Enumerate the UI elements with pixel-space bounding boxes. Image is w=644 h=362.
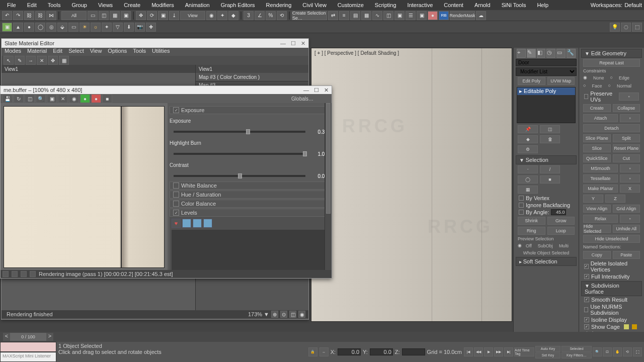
sme-menu-modes[interactable]: Modes	[5, 48, 21, 56]
rb-globals-label[interactable]: Globals…	[291, 96, 313, 102]
maximize-icon[interactable]: ☐	[291, 40, 296, 47]
prim-cylinder-icon[interactable]: ◯	[35, 23, 45, 32]
menu-content[interactable]: Content	[439, 1, 468, 9]
unique-icon[interactable]: ◆	[518, 135, 538, 143]
y-field[interactable]: 0.0	[370, 348, 393, 355]
byangle-spinner[interactable]: 45.0	[551, 209, 566, 215]
link-button[interactable]: ⛓	[24, 11, 34, 20]
sme-menu-tools[interactable]: Tools	[133, 48, 146, 56]
close-icon[interactable]: ✕	[324, 87, 329, 94]
material-icon[interactable]: ▣	[394, 11, 405, 20]
rb-scrollbar[interactable]	[325, 103, 332, 270]
menu-create[interactable]: Create	[119, 1, 145, 9]
time-slider-track[interactable]: < 0 / 100 >	[0, 332, 644, 342]
attach-settings[interactable]: ▫	[620, 114, 640, 122]
grow-button[interactable]: Grow	[547, 217, 575, 225]
rb-status-icon[interactable]	[3, 271, 9, 277]
close-icon[interactable]: ✕	[301, 40, 305, 47]
maxscript-listener-pink[interactable]	[0, 342, 56, 352]
autokey-button[interactable]: Auto Key	[535, 346, 560, 352]
object-name-field[interactable]	[516, 59, 577, 66]
slice-button[interactable]: Slice	[583, 144, 611, 152]
c-normal-radio[interactable]: Normal	[615, 83, 633, 89]
undo-button[interactable]: ↶	[2, 11, 12, 20]
tess-settings[interactable]: ▫	[620, 174, 640, 183]
maxscript-listener-white[interactable]: MAXScript Mini Listener	[0, 352, 56, 362]
sme-menu-options[interactable]: Options	[108, 48, 127, 56]
manip-icon[interactable]: ✦	[217, 11, 227, 20]
rb-lev-r-button[interactable]	[182, 219, 191, 228]
schematic-icon[interactable]: ◫	[383, 11, 393, 20]
attach-button[interactable]: Attach	[583, 114, 618, 122]
makeplanar-button[interactable]: Make Planar	[583, 185, 618, 193]
tessellate-button[interactable]: Tessellate	[583, 174, 618, 183]
sme-menu-material[interactable]: Material	[27, 48, 47, 56]
checkbox-icon[interactable]	[519, 196, 524, 201]
uvwmap-button[interactable]: UVW Map	[547, 77, 575, 85]
quickslice-button[interactable]: QuickSlice	[583, 154, 611, 162]
goto-start-icon[interactable]: |◀	[464, 347, 473, 356]
menu-civilview[interactable]: Civil View	[297, 1, 331, 9]
shrink-button[interactable]: Shrink	[518, 217, 545, 225]
percent-snap-icon[interactable]: %	[266, 11, 276, 20]
remove-mod-icon[interactable]: 🗑	[540, 135, 560, 143]
keymode-icon[interactable]: ◆	[228, 11, 238, 20]
detach-button[interactable]: Detach	[583, 124, 640, 132]
hidesel-button[interactable]: Hide Selected	[583, 225, 611, 233]
sme-del-icon[interactable]: ✕	[37, 56, 47, 65]
repeatlast-button[interactable]: Repeat Last	[583, 59, 640, 67]
scrollbar-thumb[interactable]	[326, 103, 331, 214]
prim-box-icon[interactable]: ▣	[2, 23, 12, 32]
keymode-dropdown[interactable]: Selected	[561, 346, 592, 352]
sme-right-tab[interactable]: View1	[196, 65, 308, 73]
collapse-button[interactable]: Collapse	[613, 104, 640, 112]
select-name-icon[interactable]: ◫	[99, 11, 109, 20]
msmooth-settings[interactable]: ▫	[620, 164, 640, 172]
next-frame-icon[interactable]: >	[46, 333, 53, 341]
show-end-icon[interactable]: ◫	[540, 125, 560, 133]
vp-settings-icon[interactable]: ◌	[621, 23, 631, 32]
ribbon-icon[interactable]: ▦	[361, 11, 371, 20]
sme-menu-utilities[interactable]: Utilities	[152, 48, 170, 56]
time-slider[interactable]: < 0 / 100 >	[3, 333, 53, 341]
rb-reload-icon[interactable]: ↻	[14, 94, 24, 103]
rb-status-icon[interactable]	[30, 271, 36, 277]
rb-zoom-icon[interactable]: 🔍	[36, 94, 46, 103]
rb-status-icon[interactable]	[21, 271, 27, 277]
prim-sphere-icon[interactable]: ●	[24, 23, 34, 32]
menu-arnold[interactable]: Arnold	[469, 1, 496, 9]
x-field[interactable]: 0.0	[338, 348, 361, 355]
sme-titlebar[interactable]: Slate Material Editor — ☐ ✕	[2, 39, 308, 48]
cmd-tab-display-icon[interactable]: ▭	[556, 49, 566, 58]
sme-assign-icon[interactable]: →	[26, 56, 36, 65]
menu-edit[interactable]: Edit	[22, 1, 42, 9]
light-spot-icon[interactable]: ▽	[113, 23, 123, 32]
camera-icon[interactable]: 📷	[135, 23, 145, 32]
checkbox-icon[interactable]	[519, 203, 524, 208]
scale-icon[interactable]: ▣	[158, 11, 168, 20]
viewport[interactable]: [ + ] [ Perspective ] [ Default Shading …	[311, 48, 512, 322]
lock-icon[interactable]: 🔒	[308, 347, 317, 356]
checkbox-icon[interactable]: ✓	[584, 324, 589, 329]
menu-file[interactable]: File	[2, 1, 21, 9]
vp-pan-icon[interactable]: ✋	[613, 347, 622, 356]
cmd-tab-create-icon[interactable]: +	[517, 49, 526, 58]
prev-key-icon[interactable]: ◀◀	[474, 347, 483, 356]
sme-nav-icon[interactable]: ⊕	[271, 311, 278, 318]
rollout-editgeometry[interactable]: ▼ Edit Geometry	[581, 49, 642, 58]
rb-histogram[interactable]	[172, 230, 326, 270]
subobj-element-icon[interactable]: ▦	[518, 186, 538, 194]
pin-icon[interactable]: 📌	[518, 125, 538, 133]
prim-teapot-icon[interactable]: ⬙	[57, 23, 67, 32]
rb-highlight-slider[interactable]	[174, 153, 305, 155]
checkbox-icon[interactable]: ✓	[173, 107, 179, 113]
rb-icon[interactable]: RB	[439, 11, 449, 20]
cmd-tab-hierarchy-icon[interactable]: ◧	[537, 49, 546, 58]
planar-x[interactable]: X	[620, 185, 640, 193]
snap-toggle-icon[interactable]: 3	[244, 11, 254, 20]
bind-button[interactable]: ⋈	[46, 11, 56, 20]
sme-layout-icon[interactable]: ▦	[59, 56, 69, 65]
menu-sinitools[interactable]: SiNi Tools	[497, 1, 531, 9]
configure-icon[interactable]: ⚙	[518, 145, 538, 153]
sme-view-tab[interactable]: View1	[2, 65, 195, 73]
